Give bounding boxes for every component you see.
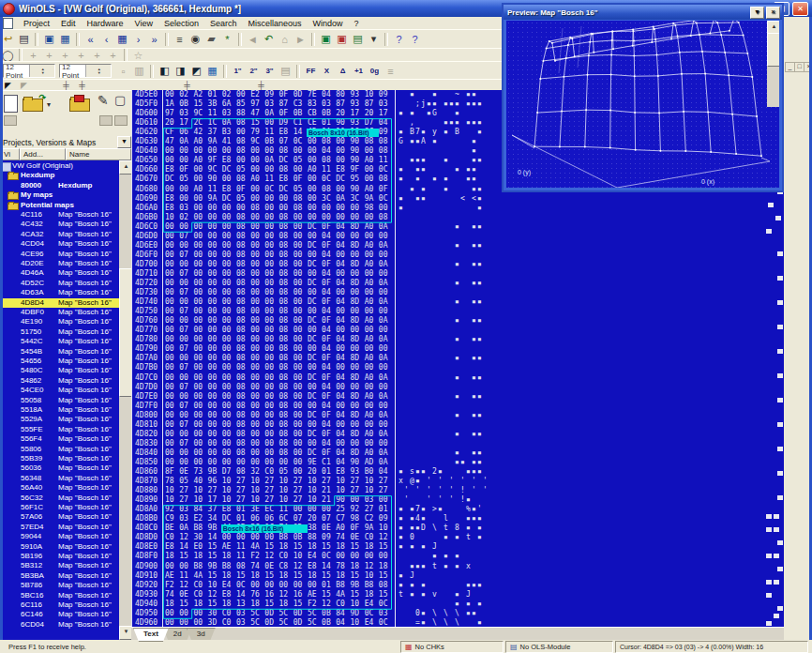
hex-bytes[interactable]: 00 00 00 00 00 08 00 00 08 00 DC 0F 04 8…: [165, 241, 387, 250]
hex-bytes[interactable]: 00 07 00 00 00 08 00 00 08 00 00 04 00 0…: [165, 344, 387, 353]
spinner-arrows-icon[interactable]: ▲▼: [29, 65, 55, 77]
display-plus-one-button[interactable]: +1: [351, 64, 367, 78]
hex-bytes[interactable]: 00 00 00 00 00 08 00 00 08 00 DC 0F 04 8…: [165, 354, 387, 362]
hex-row-4D790[interactable]: 4D79000 07 00 00 00 08 00 00 08 00 00 04…: [132, 344, 785, 354]
tree-scrollbar[interactable]: ▲ ▼: [119, 160, 131, 640]
hex-bytes[interactable]: 92 03 84 37 E8 01 3E EC 11 00 00 00 25 9…: [165, 505, 387, 513]
map-item-6C116[interactable]: 6C116Map "Bosch 16": [0, 600, 119, 610]
map-item-5B786[interactable]: 5B786Map "Bosch 16": [0, 581, 119, 590]
hex-row-4D960[interactable]: 4D96000 00 00 3D C0 03 5C 0D 5C 0D 5C 0B…: [132, 618, 785, 627]
map-item-59044[interactable]: 59044Map "Bosch 16": [0, 532, 119, 541]
menu-item-edit[interactable]: Edit: [55, 19, 82, 28]
map-item-555FE[interactable]: 555FEMap "Bosch 16": [0, 425, 119, 434]
map-item-4D8D4[interactable]: 4D8D4Map "Bosch 16": [0, 298, 119, 308]
edit-wand-button[interactable]: ✎: [98, 93, 109, 108]
hex-row-4D780[interactable]: 4D78000 00 00 00 00 08 00 00 08 00 DC 0F…: [132, 335, 785, 344]
map-name-label[interactable]: Bosch 8x16 (16.Bit): [221, 524, 308, 533]
hex-row-4D700[interactable]: 4D70000 00 00 00 00 08 00 00 08 00 DC 0F…: [132, 260, 785, 269]
open-version-dropdown-button[interactable]: ▾: [47, 100, 51, 109]
hex-bytes[interactable]: 8F 0E 73 9B D7 08 32 C0 05 00 20 01 E8 9…: [165, 467, 387, 476]
hex-bytes[interactable]: 00 00 A0 11 E8 0F 00 0C DC 05 00 08 00 9…: [165, 185, 387, 193]
hex-row-4D740[interactable]: 4D74000 00 00 00 00 08 00 00 08 00 DC 0F…: [132, 297, 785, 307]
hex-bytes[interactable]: 1A 0B 15 3B 6A 85 97 03 87 C3 83 03 87 9…: [165, 99, 387, 108]
hex-bytes[interactable]: 00 00 00 00 00 08 00 00 08 00 DC 0F 04 8…: [165, 411, 387, 419]
hex-row-4D890[interactable]: 4D89010 27 10 17 10 27 10 27 10 27 10 21…: [132, 495, 785, 505]
mdi-child-icon[interactable]: [3, 18, 13, 29]
menu-item-hardware[interactable]: Hardware: [82, 19, 129, 28]
hex-row-4D6F0[interactable]: 4D6F000 07 00 00 00 08 00 00 08 00 00 04…: [132, 251, 785, 260]
hex-bytes[interactable]: AE 11 4A 15 18 15 18 15 18 15 18 15 18 1…: [165, 571, 387, 580]
map-item-5480C[interactable]: 5480CMap "Bosch 16": [0, 366, 119, 375]
map-item-4D46A[interactable]: 4D46AMap "Bosch 16": [0, 268, 119, 278]
display-zero-g-button[interactable]: 0g: [367, 64, 383, 78]
map-item-5454B[interactable]: 5454BMap "Bosch 16": [0, 347, 119, 357]
history-back-button[interactable]: ◄: [245, 32, 261, 46]
map-item-55058[interactable]: 55058Map "Bosch 16": [0, 396, 119, 405]
hex-bytes[interactable]: 00 07 00 00 00 08 00 00 08 00 00 04 00 0…: [165, 402, 387, 410]
undo-jump-button[interactable]: ↶: [261, 32, 277, 46]
hex-bytes[interactable]: 00 02 A2 01 02 00 E2 09 0F 0D 7E 04 80 9…: [165, 90, 387, 99]
map-item-4D52C[interactable]: 4D52CMap "Bosch 16": [0, 279, 119, 288]
map-wizard-button[interactable]: *: [219, 32, 235, 46]
spinner-arrows-icon[interactable]: ▲▼: [85, 65, 112, 77]
hex-bytes[interactable]: 00 00 00 00 00 08 00 00 08 00 DC 0F 04 8…: [165, 373, 387, 382]
import-file-button[interactable]: [69, 99, 90, 112]
hex-bytes[interactable]: E8 0F 00 9C DC 05 00 00 08 00 A0 11 E8 9…: [165, 165, 387, 174]
hex-row-4D880[interactable]: 4D88010 27 10 27 10 27 10 27 10 27 10 21…: [132, 486, 785, 495]
map-item-55806[interactable]: 55806Map "Bosch 16": [0, 445, 119, 454]
next-version-button[interactable]: ›: [130, 32, 146, 46]
map-item-5910A[interactable]: 5910AMap "Bosch 16": [0, 542, 119, 552]
hex-bytes[interactable]: 00 00 00 30 C0 03 5C 0D 5C 0D 5C 0B 84 9…: [165, 609, 387, 617]
hex-row-4D8E0[interactable]: 4D8E0E8 14 E0 15 AE 11 4A 15 18 15 18 15…: [132, 542, 785, 552]
hex-bytes[interactable]: 00 00 00 00 00 08 00 00 08 00 DC 0F 04 8…: [165, 260, 387, 268]
hex-row-4D820[interactable]: 4D82000 00 00 00 00 08 00 00 08 00 DC 0F…: [132, 430, 785, 439]
hex-bytes[interactable]: 10 27 10 27 10 27 10 27 10 27 10 21 10 2…: [165, 486, 387, 494]
hex-bytes[interactable]: 00 00 B8 9B B8 08 74 0E C8 12 E8 14 78 1…: [165, 562, 387, 570]
value-width-2-button[interactable]: 2": [246, 64, 262, 78]
hex-row-4D760[interactable]: 4D76000 00 00 00 00 08 00 00 08 00 DC 0F…: [132, 316, 785, 326]
hex-bytes[interactable]: 00 00 00 00 00 08 00 00 08 00 DC 0F 04 8…: [165, 430, 387, 438]
hex-bytes[interactable]: 20 17 2C 1C 0A 08 15 00 D9 C1 CE 01 90 9…: [165, 118, 387, 127]
map-name-label[interactable]: Bosch 8x10 (16.Bit): [307, 129, 379, 137]
hex-bytes[interactable]: E8 03 00 00 00 00 08 00 00 08 00 00 00 0…: [165, 204, 387, 212]
hex-bytes[interactable]: 00 00 00 00 00 08 00 00 08 00 DC 0F 04 8…: [165, 335, 387, 343]
map-item-51750[interactable]: 51750Map "Bosch 16": [0, 327, 119, 337]
map-item-5442C[interactable]: 5442CMap "Bosch 16": [0, 337, 119, 346]
menu-item-help[interactable]: ?: [349, 19, 365, 28]
map-item-4E190[interactable]: 4E190Map "Bosch 16": [0, 317, 119, 326]
map-item-4D63A[interactable]: 4D63AMap "Bosch 16": [0, 288, 119, 297]
map-item-57A06[interactable]: 57A06Map "Bosch 16": [0, 512, 119, 522]
first-version-button[interactable]: «: [83, 32, 98, 46]
hex-bytes[interactable]: 00 07 00 00 00 08 00 00 08 00 00 04 00 0…: [165, 420, 387, 429]
hex-row-4D910[interactable]: 4D910AE 11 4A 15 18 15 18 15 18 15 18 15…: [132, 571, 785, 581]
font-size-spinner-1[interactable]: 12 Point ▲▼: [3, 64, 55, 78]
map-item-5529A[interactable]: 5529AMap "Bosch 16": [0, 415, 119, 424]
hex-bytes[interactable]: 00 07 00 00 00 08 00 00 08 00 00 04 00 0…: [165, 307, 387, 315]
hex-bytes[interactable]: 00 00 00 00 00 00 00 00 00 00 9E C1 04 9…: [165, 458, 387, 466]
map-item-5518A[interactable]: 5518AMap "Bosch 16": [0, 405, 119, 415]
select-arrow-alt-button[interactable]: ◤: [16, 81, 32, 91]
preview-title-bar[interactable]: Preview: Map "Bosch 16" ▼ ×: [504, 5, 782, 20]
copy-sheet-1-button[interactable]: [99, 115, 113, 126]
hex-row-4D8D0[interactable]: 4D8D0C0 12 30 14 00 00 00 00 B8 0B 88 09…: [132, 533, 785, 542]
hex-row-4D6E0[interactable]: 4D6E000 00 00 00 00 08 00 00 08 00 DC 0F…: [132, 241, 785, 251]
hex-row-4D750[interactable]: 4D75000 07 00 00 00 08 00 00 08 00 00 04…: [132, 307, 785, 316]
columns-grid-button[interactable]: ▥: [131, 64, 147, 78]
hex-row-4D870[interactable]: 4D87078 05 40 96 10 27 10 27 10 27 10 27…: [132, 477, 785, 486]
hex-row-4D7A0[interactable]: 4D7A000 00 00 00 00 08 00 00 08 00 DC 0F…: [132, 354, 785, 363]
hex-row-4D7E0[interactable]: 4D7E000 00 00 00 00 08 00 00 08 00 DC 0F…: [132, 392, 785, 402]
hex-row-4D830[interactable]: 4D83000 07 00 00 00 08 00 00 08 00 00 04…: [132, 439, 785, 448]
map-item-556F4[interactable]: 556F4Map "Bosch 16": [0, 434, 119, 444]
map-item-57ED4[interactable]: 57ED4Map "Bosch 16": [0, 523, 119, 532]
context-help-button[interactable]: ?: [407, 32, 423, 46]
map-item-56F1C[interactable]: 56F1CMap "Bosch 16": [0, 503, 119, 512]
view-2d-button[interactable]: ◨: [173, 64, 188, 78]
hex-row-4D7F0[interactable]: 4D7F000 07 00 00 00 08 00 00 08 00 00 04…: [132, 402, 785, 411]
hex-bytes[interactable]: 10 27 10 17 10 27 10 27 10 27 10 21 90 0…: [165, 495, 387, 504]
tab-text[interactable]: Text: [133, 628, 169, 642]
hex-bytes[interactable]: 00 00 00 3D C0 03 5C 0D 5C 0D 5C 0B 04 1…: [165, 618, 387, 627]
map-item-54CE0[interactable]: 54CE0Map "Bosch 16": [0, 386, 119, 395]
hex-row-4D6C0[interactable]: 4D6C000 00 00 00 00 08 00 00 08 00 DC 0F…: [132, 222, 785, 232]
hex-bytes[interactable]: 47 0A A0 9A 41 08 9C 0B 07 0C 00 08 00 9…: [165, 137, 387, 145]
map-item-4DBF0[interactable]: 4DBF0Map "Bosch 16": [0, 308, 119, 317]
